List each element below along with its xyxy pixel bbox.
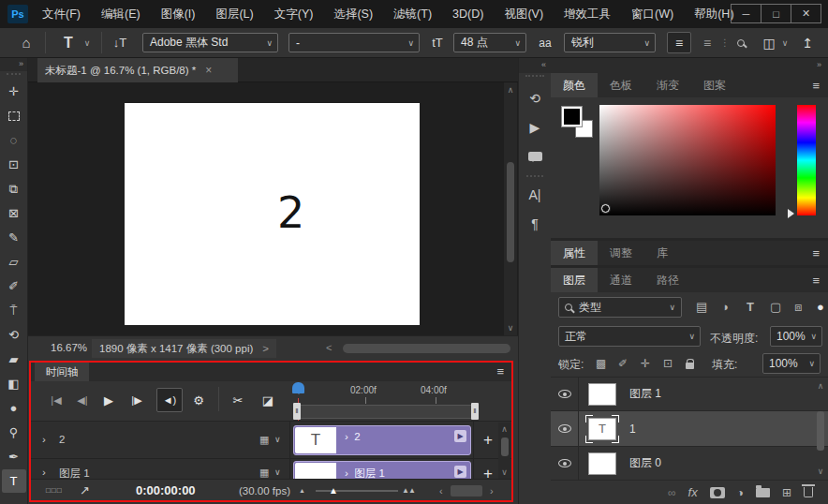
menu-window[interactable]: 窗口(W): [621, 7, 684, 22]
pen-tool[interactable]: ✒: [2, 445, 26, 468]
delete-layer-icon[interactable]: [804, 487, 813, 497]
search-icon[interactable]: [731, 28, 751, 57]
expand-panels-icon[interactable]: «: [519, 58, 551, 73]
close-button[interactable]: ✕: [791, 4, 821, 23]
panel-menu-icon[interactable]: ≡: [812, 274, 820, 288]
filter-smart-objects-icon[interactable]: ⧈: [794, 300, 802, 315]
scroll-down-icon[interactable]: ∨: [815, 467, 826, 476]
lock-all-icon[interactable]: [686, 359, 694, 372]
history-panel-icon[interactable]: ⟲: [524, 87, 546, 110]
tab-patterns[interactable]: 图案: [691, 73, 738, 97]
panel-menu-icon[interactable]: ≡: [496, 364, 504, 378]
frame-tool[interactable]: ⊠: [2, 201, 26, 225]
timeline-vertical-scrollbar[interactable]: ∧ ∨: [498, 422, 510, 479]
track-name[interactable]: 图层 1: [59, 467, 90, 479]
menu-view[interactable]: 视图(V): [494, 7, 554, 22]
tools-expand-icon[interactable]: »: [0, 58, 27, 71]
tab-color[interactable]: 颜色: [551, 73, 598, 97]
playhead[interactable]: [292, 382, 304, 393]
tab-paths[interactable]: 路径: [644, 268, 691, 292]
color-field-selector[interactable]: [601, 204, 610, 213]
document-info[interactable]: 1890 像素 x 1417 像素 (300 ppi) >: [92, 339, 276, 358]
dodge-tool[interactable]: ⚲: [2, 421, 26, 444]
move-tool[interactable]: ✛: [2, 80, 26, 103]
timeline-horizontal-scrollbar[interactable]: [451, 485, 482, 497]
filter-toggle-icon[interactable]: ●: [817, 300, 824, 314]
menu-file[interactable]: 文件(F): [32, 7, 91, 22]
tab-close-icon[interactable]: ×: [205, 64, 212, 77]
notes-panel-icon[interactable]: [524, 145, 546, 168]
healing-brush-tool[interactable]: ▱: [2, 250, 26, 274]
history-brush-tool[interactable]: ⟲: [2, 323, 26, 347]
eraser-tool[interactable]: ▰: [2, 348, 26, 371]
marquee-tool[interactable]: [2, 104, 26, 127]
track-name[interactable]: 2: [59, 434, 65, 445]
zoom-slider-thumb[interactable]: ▲: [329, 480, 338, 501]
layer-name[interactable]: 1: [629, 422, 636, 436]
document-tab[interactable]: 未标题-1 @ 16.7% (1, RGB/8) * ×: [37, 58, 238, 82]
layer-row-3[interactable]: 图层 0: [551, 447, 828, 481]
layers-scrollbar[interactable]: ∧ ∨: [815, 378, 826, 480]
visibility-cell[interactable]: [551, 447, 579, 480]
previous-frame-button[interactable]: ◀|: [72, 388, 93, 412]
layer-filter-type-select[interactable]: 类型 ∨: [558, 297, 682, 318]
film-icon[interactable]: ▦: [259, 467, 269, 479]
render-video-icon[interactable]: ↗: [80, 480, 90, 501]
paragraph-panel-icon[interactable]: ¶: [524, 213, 546, 235]
tab-properties[interactable]: 属性: [551, 241, 598, 265]
visibility-cell[interactable]: [551, 378, 579, 410]
minimize-button[interactable]: ─: [731, 4, 761, 23]
font-style-select[interactable]: - ∨: [288, 33, 420, 52]
type-tool-selected[interactable]: T: [2, 469, 26, 493]
hue-slider[interactable]: [797, 105, 816, 215]
scrollbar-thumb[interactable]: [817, 411, 824, 451]
anti-alias-select[interactable]: 锐利 ∨: [564, 33, 656, 52]
saturation-brightness-field[interactable]: [599, 105, 776, 215]
zoom-level[interactable]: 16.67%: [51, 342, 87, 353]
actions-panel-icon[interactable]: ▶: [524, 116, 546, 139]
workspace-chevron-icon[interactable]: ∨: [779, 28, 791, 57]
scroll-up-icon[interactable]: ∧: [504, 85, 517, 95]
video-clip-2[interactable]: T › 2 ▶: [293, 425, 471, 455]
tab-channels[interactable]: 通道: [598, 268, 644, 292]
zoom-out-icon[interactable]: ▲: [299, 480, 305, 501]
type-tool-icon[interactable]: T: [58, 28, 79, 57]
first-frame-button[interactable]: |◀: [46, 388, 67, 412]
chevron-right-icon[interactable]: >: [262, 343, 269, 354]
link-layers-icon[interactable]: ∞: [668, 486, 676, 499]
align-left-button[interactable]: ≡: [667, 32, 691, 53]
maximize-button[interactable]: □: [761, 4, 791, 23]
fill-select[interactable]: 100% ∨: [762, 353, 821, 374]
filter-shape-layers-icon[interactable]: ▢: [770, 300, 781, 314]
scroll-up-icon[interactable]: ∧: [815, 381, 826, 391]
layer-style-icon[interactable]: fx: [688, 485, 698, 499]
text-orientation-icon[interactable]: ↓T: [107, 28, 133, 57]
zoom-in-icon[interactable]: ▲▲: [402, 480, 415, 501]
scrollbar-thumb[interactable]: [501, 437, 509, 456]
adjustment-layer-icon[interactable]: ◑: [737, 486, 744, 499]
gradient-tool[interactable]: ◧: [2, 372, 26, 395]
tab-adjustments[interactable]: 调整: [598, 241, 644, 265]
tool-preset-chevron-icon[interactable]: ∨: [81, 28, 94, 57]
canvas-horizontal-scrollbar[interactable]: [343, 344, 510, 353]
scroll-down-icon[interactable]: ∨: [504, 323, 517, 333]
clone-stamp-tool[interactable]: ⍑: [2, 299, 26, 322]
menu-layer[interactable]: 图层(L): [205, 7, 263, 22]
scroll-right-icon[interactable]: ›: [490, 480, 494, 501]
scrollbar-thumb[interactable]: [507, 162, 514, 262]
layer-name[interactable]: 图层 0: [629, 455, 661, 471]
workspace-icon[interactable]: ◫: [759, 28, 779, 57]
character-panel-icon[interactable]: A|: [524, 184, 546, 206]
object-selection-tool[interactable]: ⊡: [2, 153, 26, 176]
foreground-color-swatch[interactable]: [561, 106, 583, 127]
menu-filter[interactable]: 滤镜(T): [383, 7, 442, 22]
transition-icon[interactable]: ◪: [258, 388, 278, 412]
lock-artboard-icon[interactable]: ⊡: [663, 357, 673, 370]
tab-swatches[interactable]: 色板: [598, 73, 644, 97]
font-family-select[interactable]: Adobe 黑体 Std ∨: [142, 33, 278, 52]
add-media-button[interactable]: +: [477, 465, 499, 479]
tab-libraries[interactable]: 库: [644, 241, 680, 265]
layer-name[interactable]: 图层 1: [629, 386, 661, 402]
canvas[interactable]: 2: [125, 103, 420, 325]
timeline-tab[interactable]: 时间轴: [35, 363, 89, 381]
